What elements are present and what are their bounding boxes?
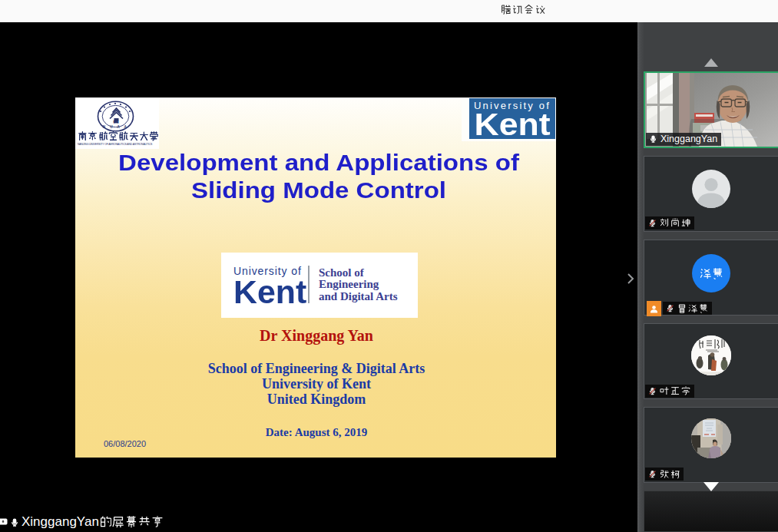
svg-text:N U A A: N U A A [103,125,128,129]
svg-text:1952: 1952 [114,121,119,124]
